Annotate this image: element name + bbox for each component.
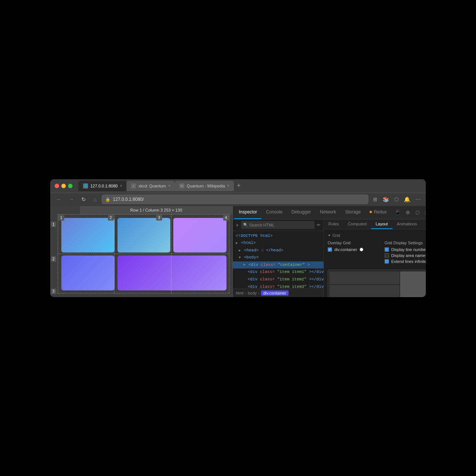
grid-item-1 — [61, 218, 115, 253]
eyedropper-icon[interactable]: ✏ — [317, 222, 321, 228]
maximize-button[interactable] — [68, 184, 73, 188]
grid-item-2 — [118, 218, 171, 253]
overlay-item-container: div.container — [328, 247, 380, 252]
extensions-icon[interactable]: ⬡ — [393, 196, 400, 203]
breadcrumb-container[interactable]: div.container — [261, 290, 289, 296]
layout-tabs: Rules Computed Layout Animations Fonts — [324, 219, 426, 229]
devtools-tab-storage[interactable]: Storage — [341, 206, 365, 219]
tabs-bar: 🌐 127.0.0.1:8080 × x xkcd: Quantum × W Q… — [78, 181, 421, 191]
tab-1-close[interactable]: × — [120, 184, 122, 188]
inspect-button[interactable]: ⬡ — [414, 209, 421, 216]
refresh-button[interactable]: ↻ — [79, 195, 88, 204]
devtools-tab-inspector[interactable]: Inspector — [234, 206, 261, 219]
breadcrumb-html[interactable]: html — [236, 291, 244, 295]
console-toggle-button[interactable]: ⬚ — [423, 209, 426, 216]
inspector-tab-label: Inspector — [239, 209, 257, 215]
grid-item-5 — [118, 255, 226, 290]
bookmarks-icon[interactable]: 📚 — [381, 196, 390, 203]
setting-line-numbers: Display line numbers — [385, 247, 426, 252]
html-line-item3[interactable]: <div class= "item item3" ></div> — [233, 283, 324, 289]
html-search-placeholder: Search HTML — [249, 223, 274, 227]
more-icon[interactable]: ⋯ — [414, 196, 422, 203]
close-button[interactable] — [55, 184, 59, 188]
html-line-item1[interactable]: <div class= "item item1" ></div> — [233, 268, 324, 276]
layout-tab-fonts[interactable]: Fonts — [421, 219, 426, 229]
breadcrumb: html › body › div.container — [233, 289, 324, 297]
tab-1-label: 127.0.0.1:8080 — [90, 184, 118, 188]
back-button[interactable]: ← — [54, 195, 64, 204]
overlay-checkbox[interactable] — [328, 247, 332, 252]
title-bar: 🌐 127.0.0.1:8080 × x xkcd: Quantum × W Q… — [50, 179, 426, 193]
tab-2[interactable]: x xkcd: Quantum × — [126, 181, 175, 191]
grid-section-title: ▼ Grid — [328, 233, 426, 238]
tab-3-label: Quantum - Wikipedia — [187, 184, 225, 188]
home-button[interactable]: ⌂ — [91, 195, 99, 204]
traffic-lights — [55, 184, 73, 188]
grid-content — [58, 214, 229, 293]
main-area: Row 1 / Column 3 253 × 130 1 2 3 1 2 3 4 — [50, 206, 426, 297]
devtools-tab-console[interactable]: Console — [261, 206, 287, 219]
responsive-design-button[interactable]: 📱 — [393, 209, 402, 216]
grid-view-icon[interactable]: ⊞ — [372, 196, 379, 203]
layout-tab-computed[interactable]: Computed — [343, 219, 371, 229]
col-label-2: 2 — [108, 215, 114, 221]
new-tab-button[interactable]: + — [234, 182, 244, 190]
bell-icon[interactable]: 🔔 — [402, 196, 412, 203]
html-line-head[interactable]: ▶ <head> ☐ </head> — [233, 247, 324, 254]
settings-button[interactable]: ⚙ — [404, 209, 412, 216]
layout-tab-layout[interactable]: Layout — [371, 219, 392, 229]
cell-info-text: Row 1 / Column 3 253 × 130 — [130, 208, 182, 212]
devtools-tab-network[interactable]: Network — [315, 206, 341, 219]
minimize-button[interactable] — [61, 184, 66, 188]
toolbar: ← → ↻ ⌂ 🔒 127.0.0.1:8080/ ⊞ 📚 ⬡ 🔔 ⋯ — [50, 193, 426, 206]
layout-tab-rules[interactable]: Rules — [324, 219, 343, 229]
devtools-tab-redux[interactable]: Redux — [365, 206, 391, 219]
tab-2-label: xkcd: Quantum — [138, 184, 166, 188]
devtools-panel: Inspector Console Debugger Network Stora… — [232, 206, 426, 297]
grid-item-3 — [173, 218, 226, 253]
layout-content: ▼ Grid Overlay Grid div.container — [324, 229, 426, 297]
setting-area-names-checkbox[interactable] — [385, 253, 389, 258]
html-line-html[interactable]: ▶ <html> — [233, 239, 324, 247]
storage-tab-label: Storage — [345, 209, 361, 215]
setting-line-numbers-checkbox[interactable] — [385, 247, 389, 252]
debugger-tab-label: Debugger — [291, 209, 311, 215]
html-add-button[interactable]: + — [236, 222, 239, 228]
address-bar[interactable]: 🔒 127.0.0.1:8080/ — [102, 194, 369, 204]
setting-area-names: Display area names — [385, 253, 426, 258]
grid-settings-section: Overlay Grid div.container Grid Display … — [328, 241, 426, 265]
cell-info-bar: Row 1 / Column 3 253 × 130 — [80, 206, 232, 214]
grid-settings-header: Grid Display Settings — [385, 241, 426, 245]
overlay-dot — [360, 248, 363, 251]
forward-button[interactable]: → — [67, 195, 76, 204]
devtools-tab-debugger[interactable]: Debugger — [287, 206, 315, 219]
tab-3-close[interactable]: × — [227, 184, 229, 188]
html-panel: + 🔍 Search HTML ✏ <!DOCTYPE html> ▶ — [233, 219, 324, 297]
grid-preview — [328, 270, 426, 297]
search-icon: 🔍 — [243, 223, 248, 227]
toolbar-actions: ⊞ 📚 ⬡ 🔔 ⋯ — [372, 196, 422, 203]
tab-3[interactable]: W Quantum - Wikipedia × — [175, 181, 234, 191]
setting-extend-lines-checkbox[interactable] — [385, 259, 389, 264]
html-line-container[interactable]: ▼ <div class= "container" > — [233, 261, 324, 269]
tab-2-close[interactable]: × — [168, 184, 170, 188]
overlay-grid-section: Overlay Grid div.container — [328, 241, 380, 265]
tab-1[interactable]: 🌐 127.0.0.1:8080 × — [78, 181, 126, 191]
layout-tab-animations[interactable]: Animations — [392, 219, 421, 229]
tab-2-favicon: x — [131, 183, 136, 189]
console-tab-label: Console — [266, 209, 282, 215]
row-label-2: 2 — [51, 256, 56, 262]
row-label-1: 1 — [51, 222, 56, 227]
html-tree: <!DOCTYPE html> ▶ <html> ▶ <head> ☐ </he… — [233, 231, 324, 289]
breadcrumb-body[interactable]: body — [248, 291, 257, 295]
setting-extend-lines: Extend lines infinitely — [385, 259, 426, 264]
grid-display-settings: Grid Display Settings Display line numbe… — [385, 241, 426, 265]
html-search-bar[interactable]: 🔍 Search HTML — [241, 221, 315, 229]
redux-tab-label: Redux — [374, 209, 387, 215]
html-line-doctype: <!DOCTYPE html> — [233, 232, 324, 240]
html-line-item2[interactable]: <div class= "item item2" ></div> — [233, 276, 324, 283]
preview-cell-3 — [329, 285, 399, 297]
html-line-body[interactable]: ▼ <body> — [233, 254, 324, 261]
redux-dot — [370, 211, 372, 213]
row-label-3: 3 — [51, 289, 56, 294]
